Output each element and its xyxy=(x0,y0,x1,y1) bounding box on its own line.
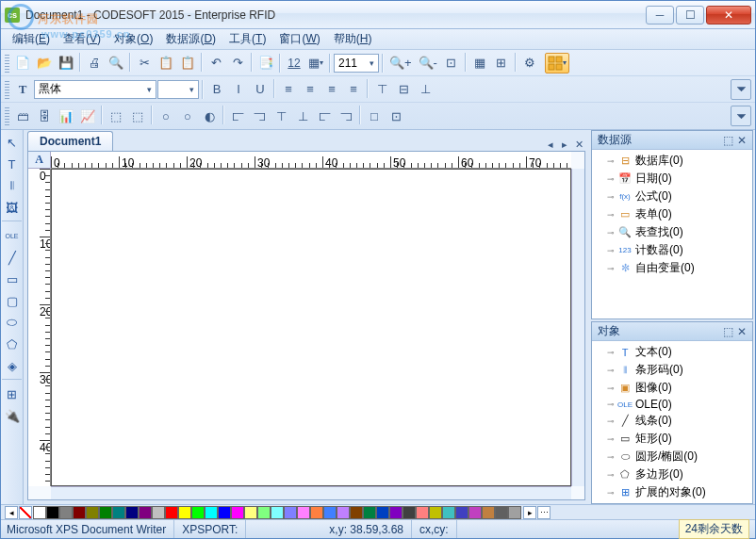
copy-button[interactable]: 📋 xyxy=(156,53,176,74)
ar-button[interactable]: ≡ xyxy=(321,79,342,100)
b2-button[interactable]: ⊡ xyxy=(386,106,406,126)
al-button[interactable]: ≡ xyxy=(278,79,299,100)
mode-toggle[interactable]: ▾ xyxy=(545,53,569,74)
close-button[interactable]: ✕ xyxy=(706,6,751,24)
collapse-icon[interactable]: ⏷ xyxy=(731,79,751,100)
b1-button[interactable]: □ xyxy=(364,106,385,126)
tab-next-icon[interactable]: ▸ xyxy=(558,139,571,151)
color-swatch[interactable] xyxy=(205,506,218,519)
tree-item[interactable]: ⊸🔍表查找(0) xyxy=(594,223,750,241)
tool-rrect[interactable]: ▢ xyxy=(2,290,23,311)
color-swatch[interactable] xyxy=(271,506,284,519)
grip[interactable] xyxy=(5,54,9,73)
db4-button[interactable]: 📈 xyxy=(77,106,98,126)
undo-button[interactable]: ↶ xyxy=(205,53,226,74)
color-swatch[interactable] xyxy=(310,506,323,519)
font-name-combo[interactable]: 黑体▾ xyxy=(34,80,156,99)
grip[interactable] xyxy=(5,80,9,99)
o3-button[interactable]: ◐ xyxy=(199,106,220,126)
menu-item[interactable]: 查看(V) xyxy=(58,29,107,49)
font-size-btn[interactable]: 12 xyxy=(284,53,304,74)
panel-header[interactable]: 对象 ⬚✕ xyxy=(592,322,752,341)
color-swatch[interactable] xyxy=(218,506,231,519)
tool-text[interactable]: T xyxy=(2,154,23,174)
scrollbar-horizontal[interactable] xyxy=(51,486,571,499)
tool-ellipse[interactable]: ⬭ xyxy=(2,312,23,333)
tree-item[interactable]: ⊸╱线条(0) xyxy=(594,412,750,430)
font-picker-icon[interactable]: T xyxy=(12,79,33,100)
new-button[interactable]: 📄 xyxy=(12,53,33,74)
menu-item[interactable]: 对象(O) xyxy=(108,29,158,49)
g2-button[interactable]: ⬚ xyxy=(127,106,148,126)
color-swatch[interactable] xyxy=(125,506,139,519)
color-swatch[interactable] xyxy=(152,506,165,519)
zoomout-button[interactable]: 🔍- xyxy=(416,53,440,74)
tree-item[interactable]: ⊸⬭圆形/椭圆(0) xyxy=(594,448,750,466)
vb-button[interactable]: ⊥ xyxy=(415,79,436,100)
tool-line[interactable]: ╱ xyxy=(2,247,23,268)
color-swatch[interactable] xyxy=(257,506,271,519)
db1-button[interactable]: 🗃 xyxy=(12,106,33,126)
tree-item[interactable]: ⊸✼自由变量(0) xyxy=(594,259,750,277)
color-swatch[interactable] xyxy=(112,506,125,519)
color-swatch[interactable] xyxy=(495,506,508,519)
print-button[interactable]: 🖨 xyxy=(84,53,105,74)
color-swatch[interactable] xyxy=(363,506,376,519)
tool-select[interactable]: ↖ xyxy=(2,132,23,153)
color-swatch[interactable] xyxy=(297,506,310,519)
tree-item[interactable]: ⊸⊟数据库(0) xyxy=(594,152,750,170)
tree-item[interactable]: ⊸▣图像(0) xyxy=(594,379,750,397)
grid-button[interactable]: ▦ xyxy=(469,53,490,74)
zoomfit-button[interactable]: ⊡ xyxy=(441,53,462,74)
paste-button[interactable]: 📋 xyxy=(177,53,198,74)
tool-ext[interactable]: ⊞ xyxy=(2,384,23,404)
color-swatch[interactable] xyxy=(376,506,389,519)
color-swatch[interactable] xyxy=(389,506,403,519)
tool-shape[interactable]: ◈ xyxy=(2,355,23,376)
color-next-icon[interactable]: ▸ xyxy=(523,506,536,519)
menu-item[interactable]: 工具(T) xyxy=(223,29,271,49)
menu-item[interactable]: 编辑(E) xyxy=(7,29,56,49)
color-swatch[interactable] xyxy=(178,506,191,519)
color-swatch[interactable] xyxy=(403,506,416,519)
redo-button[interactable]: ↷ xyxy=(227,53,248,74)
color-swatch[interactable] xyxy=(231,506,244,519)
zoomin-button[interactable]: 🔍+ xyxy=(386,53,415,74)
tab-prev-icon[interactable]: ◂ xyxy=(544,139,557,151)
color-swatch[interactable] xyxy=(323,506,337,519)
color-more-icon[interactable]: ⋯ xyxy=(537,506,551,519)
ruler-corner[interactable]: A xyxy=(28,152,51,169)
tree-item[interactable]: ⊸▭表单(0) xyxy=(594,205,750,223)
menu-item[interactable]: 窗口(W) xyxy=(273,29,325,49)
a1-button[interactable]: ⫍ xyxy=(227,106,248,126)
o2-button[interactable]: ○ xyxy=(177,106,198,126)
tree-item[interactable]: ⊸OLEOLE(0) xyxy=(594,397,750,412)
open-button[interactable]: 📂 xyxy=(34,53,55,74)
italic-button[interactable]: I xyxy=(228,79,249,100)
label-canvas[interactable] xyxy=(51,169,571,486)
db3-button[interactable]: 📊 xyxy=(56,106,76,126)
ac-button[interactable]: ≡ xyxy=(300,79,320,100)
minimize-button[interactable]: ─ xyxy=(646,6,674,24)
color-swatch[interactable] xyxy=(416,506,429,519)
props-button[interactable]: 📑 xyxy=(255,53,276,74)
g1-button[interactable]: ⬚ xyxy=(106,106,126,126)
a3-button[interactable]: ⊤ xyxy=(271,106,291,126)
document-tab[interactable]: Document1 xyxy=(27,131,113,151)
color-prev-icon[interactable]: ◂ xyxy=(5,506,18,519)
pin-icon[interactable]: ⬚ xyxy=(723,325,733,338)
color-swatch[interactable] xyxy=(429,506,442,519)
number-combo[interactable]: 211▾ xyxy=(334,54,379,73)
color-swatch[interactable] xyxy=(244,506,257,519)
color-swatch[interactable] xyxy=(468,506,482,519)
font-size-combo[interactable]: ▾ xyxy=(157,80,199,99)
color-swatch[interactable] xyxy=(442,506,455,519)
tree-item[interactable]: ⊸123计数器(0) xyxy=(594,241,750,259)
maximize-button[interactable]: ☐ xyxy=(676,6,704,24)
opts-button[interactable]: ⚙ xyxy=(519,53,540,74)
menu-item[interactable]: 帮助(H) xyxy=(328,29,378,49)
tab-close-icon[interactable]: ✕ xyxy=(572,139,585,151)
menu-item[interactable]: 数据源(D) xyxy=(160,29,222,49)
color-swatch[interactable] xyxy=(508,506,521,519)
tree-item[interactable]: ⊸f(x)公式(0) xyxy=(594,188,750,205)
